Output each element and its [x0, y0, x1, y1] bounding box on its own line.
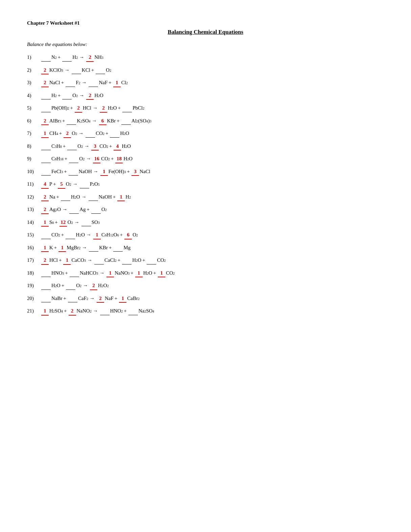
- equation-14: 14) 1 S8 + 12 O2 → SO3: [27, 218, 384, 227]
- equation-13: 13) 2 Ag2O → Ag + O2: [27, 206, 384, 214]
- page-title: Balancing Chemical Equations: [27, 29, 384, 36]
- equation-8: 8) C3H8 + O2 → 3 CO2 + 4 H2O: [27, 142, 384, 151]
- chapter-header: Chapter 7 Worksheet #1: [27, 20, 384, 26]
- equation-21: 21) 1 H2SO4 + 2 NaNO2 → HNO2 + Na2SO4: [27, 307, 384, 316]
- equation-12: 12) 2 Na + H2O → NaOH + 1 H2: [27, 193, 384, 202]
- equation-4: 4) H2 + O2 → 2 H2O: [27, 92, 384, 100]
- equation-15: 15) CO2 + H2O → 1 C6H12O6 + 6 O2: [27, 231, 384, 239]
- equation-9: 9) C8H18 + O2 → 16 CO2 + 18 H2O: [27, 155, 384, 163]
- equation-16: 16) 1 K + 1 MgBr2 → KBr + Mg: [27, 244, 384, 252]
- equation-17: 17) 2 HCl + 1 CaCO3 → CaCl2 + H2O + CO2: [27, 256, 384, 265]
- equation-18: 18) HNO3 + NaHCO3 → 1 NaNO3 + 1 H2O + 1 …: [27, 269, 384, 278]
- equation-6: 6) 2 AlBr3 + K2SO4 → 6 KBr + Al2(SO4)3: [27, 117, 384, 125]
- equation-2: 2) 2 KClO3 → KCl + O2: [27, 66, 384, 75]
- equation-19: 19) H2O + O2 → 2 H2O2: [27, 282, 384, 290]
- equation-10: 10) FeCl3 + NaOH → 1 Fe(OH)3 + 3 NaCl: [27, 168, 384, 176]
- instruction: Balance the equations below:: [27, 42, 384, 47]
- equation-11: 11) 4 P + 5 O2 → P2O5: [27, 180, 384, 189]
- equation-20: 20) NaBr + CaF2 → 2 NaF + 1 CaBr2: [27, 295, 384, 303]
- equations-list: 1) N2 + H2 → 2 NH3 2) 2 KClO3 → KCl + O2…: [27, 53, 384, 316]
- equation-1: 1) N2 + H2 → 2 NH3: [27, 53, 384, 62]
- equation-7: 7) 1 CH4 + 2 O2 → CO2 + H2O: [27, 130, 384, 138]
- equation-3: 3) 2 NaCl + F2 → NaF + 1 Cl2: [27, 79, 384, 87]
- equation-5: 5) Pb(OH)2 + 2 HCl → 2 H2O + PbCl2: [27, 104, 384, 113]
